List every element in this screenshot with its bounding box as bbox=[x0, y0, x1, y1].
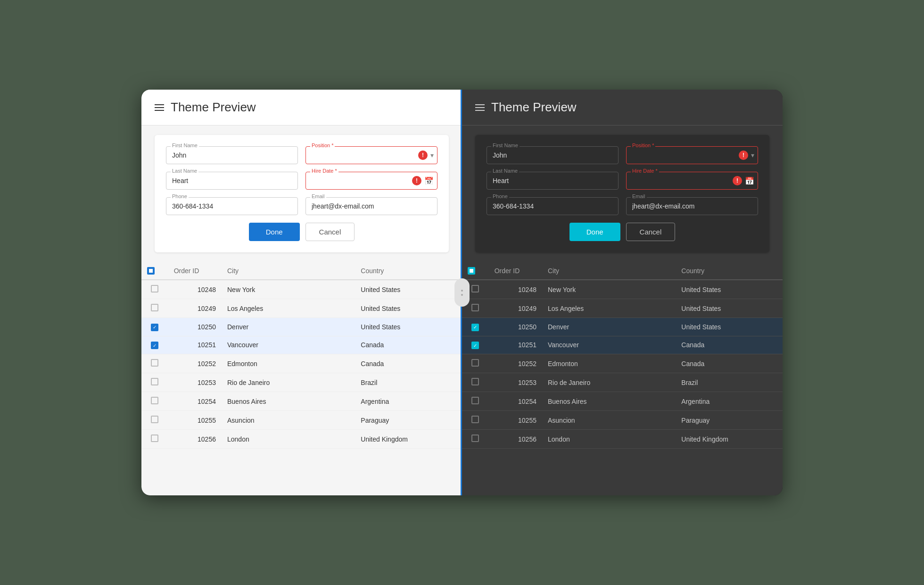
light-table-row: 10252 Edmonton Canada bbox=[141, 354, 462, 373]
light-position-error-icon: ! bbox=[418, 150, 428, 160]
light-row-orderid: 10253 bbox=[168, 373, 222, 392]
light-row-country: United States bbox=[355, 318, 462, 336]
dark-table-row: 10253 Rio de Janeiro Brazil bbox=[462, 373, 783, 392]
dark-row-checkbox[interactable] bbox=[471, 416, 479, 423]
light-row-checkbox-cell[interactable] bbox=[141, 373, 168, 392]
dark-row-checkbox[interactable]: ✓ bbox=[471, 342, 479, 349]
dark-lastname-input[interactable] bbox=[487, 172, 619, 190]
dark-table-row: 10256 London United Kingdom bbox=[462, 430, 783, 449]
light-row-checkbox[interactable] bbox=[151, 285, 158, 292]
hamburger-icon[interactable] bbox=[155, 104, 164, 111]
dark-row-city: Rio de Janeiro bbox=[542, 373, 676, 392]
dark-row-checkbox[interactable] bbox=[471, 285, 479, 292]
dark-row-country: Paraguay bbox=[676, 411, 783, 430]
light-row-city: Rio de Janeiro bbox=[222, 373, 355, 392]
dark-row-checkbox-cell[interactable]: ✓ bbox=[462, 318, 489, 336]
light-row-checkbox-cell[interactable] bbox=[141, 411, 168, 430]
dark-email-label: Email bbox=[631, 193, 647, 199]
dark-row-checkbox[interactable] bbox=[471, 435, 479, 442]
light-row-country: Canada bbox=[355, 354, 462, 373]
light-email-input[interactable] bbox=[305, 197, 437, 215]
dark-hiredate-field: Hire Date * ! 📅 bbox=[626, 172, 758, 190]
light-row-checkbox[interactable] bbox=[151, 416, 158, 423]
dark-table-row: ✓ 10250 Denver United States bbox=[462, 318, 783, 336]
dark-phone-input[interactable] bbox=[487, 197, 619, 215]
dark-firstname-input[interactable] bbox=[487, 146, 619, 164]
dark-row-city: Buenos Aires bbox=[542, 392, 676, 411]
dark-email-field: Email bbox=[626, 197, 758, 215]
light-row-checkbox-cell[interactable] bbox=[141, 354, 168, 373]
light-row-checkbox-cell[interactable]: ✓ bbox=[141, 336, 168, 354]
dark-row-city: Vancouver bbox=[542, 336, 676, 354]
dark-form-row-1: First Name Position * ! ▾ bbox=[487, 146, 758, 164]
dark-header-checkbox-square bbox=[470, 269, 473, 273]
dark-done-button[interactable]: Done bbox=[569, 223, 620, 241]
light-table-header-row: Order ID City Country bbox=[141, 262, 462, 280]
dark-hiredate-calendar-icon[interactable]: 📅 bbox=[745, 176, 754, 185]
light-done-button[interactable]: Done bbox=[249, 223, 300, 241]
dark-row-city: London bbox=[542, 430, 676, 449]
dark-table-row: ✓ 10251 Vancouver Canada bbox=[462, 336, 783, 354]
light-col-country-header: Country bbox=[355, 262, 462, 280]
dark-email-input[interactable] bbox=[626, 197, 758, 215]
dark-row-checkbox-cell[interactable] bbox=[462, 411, 489, 430]
dark-row-orderid: 10256 bbox=[489, 430, 542, 449]
dark-row-checkbox[interactable] bbox=[471, 304, 479, 311]
light-position-icons: ! ▾ bbox=[418, 150, 434, 160]
light-row-checkbox[interactable]: ✓ bbox=[151, 324, 158, 331]
dark-row-checkbox-cell[interactable]: ✓ bbox=[462, 336, 489, 354]
dark-header-checkbox-cell[interactable] bbox=[462, 262, 489, 280]
light-position-input[interactable] bbox=[305, 146, 437, 164]
light-phone-label: Phone bbox=[171, 193, 189, 199]
light-hiredate-calendar-icon[interactable]: 📅 bbox=[424, 176, 434, 185]
light-position-dropdown-icon[interactable]: ▾ bbox=[430, 151, 434, 159]
light-row-checkbox[interactable] bbox=[151, 359, 158, 367]
light-row-checkbox[interactable] bbox=[151, 378, 158, 385]
app-container: Theme Preview First Name Position * ! ▾ bbox=[141, 90, 783, 495]
light-row-checkbox-cell[interactable]: ✓ bbox=[141, 318, 168, 336]
dark-row-orderid: 10248 bbox=[489, 280, 542, 299]
light-lastname-input[interactable] bbox=[166, 172, 298, 190]
light-row-checkbox-cell[interactable] bbox=[141, 392, 168, 411]
dark-row-orderid: 10249 bbox=[489, 299, 542, 318]
light-row-checkbox[interactable] bbox=[151, 304, 158, 311]
light-firstname-field: First Name bbox=[166, 146, 298, 164]
dark-position-input[interactable] bbox=[626, 146, 758, 164]
light-row-checkbox-cell[interactable] bbox=[141, 299, 168, 318]
dark-row-checkbox-cell[interactable] bbox=[462, 392, 489, 411]
dark-row-checkbox[interactable]: ✓ bbox=[471, 324, 479, 331]
light-row-checkbox[interactable] bbox=[151, 397, 158, 404]
light-header-checkbox[interactable] bbox=[147, 267, 155, 275]
light-row-checkbox-cell[interactable] bbox=[141, 430, 168, 449]
light-cancel-button[interactable]: Cancel bbox=[305, 223, 355, 241]
dark-row-country: United States bbox=[676, 318, 783, 336]
light-row-checkbox-cell[interactable] bbox=[141, 280, 168, 299]
dark-row-country: United States bbox=[676, 299, 783, 318]
dark-row-checkbox-cell[interactable] bbox=[462, 373, 489, 392]
light-row-city: Buenos Aires bbox=[222, 392, 355, 411]
dark-hamburger-icon[interactable] bbox=[475, 104, 485, 111]
panel-divider[interactable] bbox=[454, 278, 470, 307]
dark-cancel-button[interactable]: Cancel bbox=[626, 223, 676, 241]
dark-row-checkbox[interactable] bbox=[471, 378, 479, 385]
dark-row-checkbox[interactable] bbox=[471, 397, 479, 404]
dark-row-checkbox-cell[interactable] bbox=[462, 354, 489, 373]
light-email-label: Email bbox=[310, 193, 326, 199]
light-row-city: London bbox=[222, 430, 355, 449]
dark-row-checkbox-cell[interactable] bbox=[462, 430, 489, 449]
light-row-checkbox[interactable] bbox=[151, 435, 158, 442]
light-firstname-input[interactable] bbox=[166, 146, 298, 164]
light-phone-input[interactable] bbox=[166, 197, 298, 215]
dark-header-checkbox[interactable] bbox=[468, 267, 475, 275]
light-hiredate-error-icon: ! bbox=[412, 176, 421, 185]
dark-position-dropdown-icon[interactable]: ▾ bbox=[751, 151, 754, 159]
light-hiredate-wrapper: ! 📅 bbox=[305, 172, 437, 190]
dark-hiredate-wrapper: ! 📅 bbox=[626, 172, 758, 190]
light-row-country: Canada bbox=[355, 336, 462, 354]
light-header-checkbox-cell[interactable] bbox=[141, 262, 168, 280]
dark-position-wrapper: ! ▾ bbox=[626, 146, 758, 164]
light-row-checkbox[interactable]: ✓ bbox=[151, 342, 158, 349]
light-row-city: New York bbox=[222, 280, 355, 299]
light-row-orderid: 10255 bbox=[168, 411, 222, 430]
dark-row-checkbox[interactable] bbox=[471, 359, 479, 367]
